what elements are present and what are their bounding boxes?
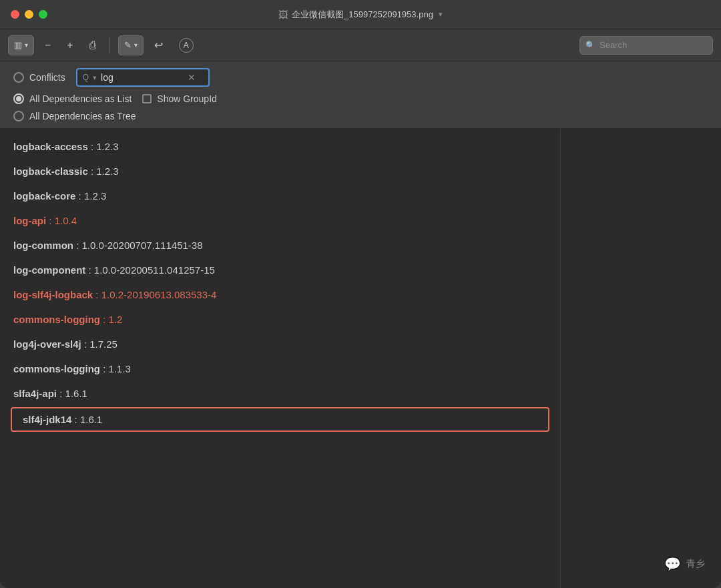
all-deps-list-radio-circle: [13, 93, 24, 104]
dep-separator: :: [88, 166, 97, 177]
show-groupid-checkbox-box: [142, 94, 152, 103]
zoom-out-button[interactable]: −: [39, 35, 56, 55]
dep-separator: :: [100, 314, 109, 325]
list-item[interactable]: slfa4j-api : 1.6.1: [0, 381, 560, 406]
undo-icon: ↩: [154, 39, 163, 51]
list-item[interactable]: slf4j-jdk14 : 1.6.1: [11, 407, 549, 432]
dep-name: logback-access: [13, 141, 88, 152]
dep-separator: :: [71, 414, 80, 425]
list-item[interactable]: log-common : 1.0.0-20200707.111451-38: [0, 233, 560, 258]
dep-separator: :: [73, 240, 82, 251]
dep-version: 1.0.2-20190613.083533-4: [101, 289, 217, 300]
dep-separator: :: [81, 338, 90, 350]
list-item[interactable]: commons-logging : 1.2: [0, 307, 560, 332]
dep-separator: :: [93, 289, 101, 300]
list-item[interactable]: commons-logging : 1.1.3: [0, 356, 560, 381]
dep-version: 1.1.3: [109, 363, 131, 374]
list-item[interactable]: log-api : 1.0.4: [0, 208, 560, 233]
title-dropdown-icon[interactable]: ▾: [439, 10, 443, 19]
list-item[interactable]: logback-access : 1.2.3: [0, 134, 560, 159]
dep-search-dropdown[interactable]: ▾: [93, 73, 97, 82]
dep-search-clear[interactable]: ✕: [188, 72, 196, 83]
dep-name: log-api: [13, 215, 46, 226]
dependency-list: logback-access : 1.2.3logback-classic : …: [0, 129, 561, 588]
conflicts-radio[interactable]: Conflicts: [13, 72, 65, 83]
list-item[interactable]: logback-core : 1.2.3: [0, 184, 560, 208]
zoom-in-icon: +: [67, 39, 73, 51]
title-bar: 🖼 企业微信截图_15997252091953.png ▾: [0, 0, 721, 29]
undo-button[interactable]: ↩: [149, 35, 168, 55]
dep-search-box[interactable]: Q ▾ ✕: [76, 68, 210, 87]
right-panel: [561, 129, 721, 588]
close-button[interactable]: [11, 10, 19, 19]
all-deps-list-radio[interactable]: All Dependencies as List: [13, 93, 132, 104]
pen-dropdown-icon: ▾: [134, 41, 138, 49]
watermark-text: 青乡: [686, 558, 705, 570]
dep-name: logback-classic: [13, 166, 88, 177]
show-groupid-checkbox[interactable]: Show GroupId: [142, 93, 217, 104]
search-icon: 🔍: [585, 41, 595, 50]
dep-name: log-component: [13, 264, 85, 276]
dep-version: 1.2.3: [84, 190, 106, 202]
filter-bar: Conflicts Q ▾ ✕ All Dependencies as List…: [0, 61, 721, 129]
dep-separator: :: [85, 264, 94, 276]
window-title: 🖼 企业微信截图_15997252091953.png ▾: [278, 9, 443, 21]
all-deps-tree-radio[interactable]: All Dependencies as Tree: [13, 111, 136, 121]
sidebar-icon: ▥: [14, 40, 22, 50]
minimize-button[interactable]: [25, 10, 33, 19]
dep-name: log-common: [13, 240, 73, 251]
list-item[interactable]: log-component : 1.0.0-20200511.041257-15: [0, 258, 560, 282]
dep-version: 1.6.1: [65, 388, 87, 399]
dep-version: 1.2: [109, 314, 123, 325]
show-groupid-label: Show GroupId: [157, 93, 217, 104]
dep-separator: :: [88, 141, 97, 152]
dep-version: 1.0.0-20200707.111451-38: [82, 240, 203, 251]
zoom-out-icon: −: [45, 39, 51, 51]
share-icon: ⎙: [89, 39, 96, 51]
dep-version: 1.2.3: [96, 166, 118, 177]
file-icon: 🖼: [278, 9, 288, 20]
traffic-lights: [11, 10, 47, 19]
dep-version: 1.2.3: [96, 141, 118, 152]
dep-version: 1.0.4: [55, 215, 77, 226]
dep-name: logback-core: [13, 190, 75, 202]
dep-version: 1.0.0-20200511.041257-15: [94, 264, 215, 276]
annotate-icon: A: [179, 38, 194, 53]
all-deps-tree-radio-circle: [13, 111, 24, 121]
main-content: logback-access : 1.2.3logback-classic : …: [0, 129, 721, 588]
toolbar: ▥ ▾ − + ⎙ ✎ ▾ ↩ A 🔍: [0, 29, 721, 61]
search-input[interactable]: [599, 40, 706, 50]
conflicts-radio-circle: [13, 72, 24, 83]
list-item[interactable]: log4j-over-sl4j : 1.7.25: [0, 332, 560, 356]
dep-version: 1.6.1: [80, 414, 102, 425]
filter-row-2: All Dependencies as List Show GroupId: [13, 93, 708, 104]
zoom-in-button[interactable]: +: [61, 35, 78, 55]
list-item[interactable]: logback-classic : 1.2.3: [0, 159, 560, 184]
dep-separator: :: [46, 215, 55, 226]
pen-button[interactable]: ✎ ▾: [118, 35, 144, 55]
annotate-button[interactable]: A: [174, 35, 199, 55]
toolbar-separator-1: [109, 37, 110, 53]
fullscreen-button[interactable]: [39, 10, 47, 19]
filter-row-3: All Dependencies as Tree: [13, 111, 708, 121]
pen-icon: ✎: [124, 40, 132, 50]
dep-search-input[interactable]: [101, 72, 181, 83]
all-deps-tree-label: All Dependencies as Tree: [29, 111, 136, 121]
list-item[interactable]: log-slf4j-logback : 1.0.2-20190613.08353…: [0, 282, 560, 307]
watermark: 💬 青乡: [664, 556, 705, 572]
filter-row-1: Conflicts Q ▾ ✕: [13, 68, 708, 87]
global-search-box[interactable]: 🔍: [579, 36, 713, 55]
dep-version: 1.7.25: [89, 338, 117, 350]
share-button[interactable]: ⎙: [84, 35, 101, 55]
dep-search-icon: Q: [83, 73, 89, 82]
dep-name: slfa4j-api: [13, 388, 57, 399]
dep-separator: :: [100, 363, 109, 374]
dep-separator: :: [75, 190, 84, 202]
all-deps-list-label: All Dependencies as List: [29, 93, 132, 104]
conflicts-label: Conflicts: [29, 72, 65, 83]
dep-name: commons-logging: [13, 314, 100, 325]
dep-separator: :: [57, 388, 65, 399]
dep-name: commons-logging: [13, 363, 100, 374]
sidebar-toggle-button[interactable]: ▥ ▾: [8, 35, 34, 55]
dep-name: slf4j-jdk14: [23, 414, 71, 425]
